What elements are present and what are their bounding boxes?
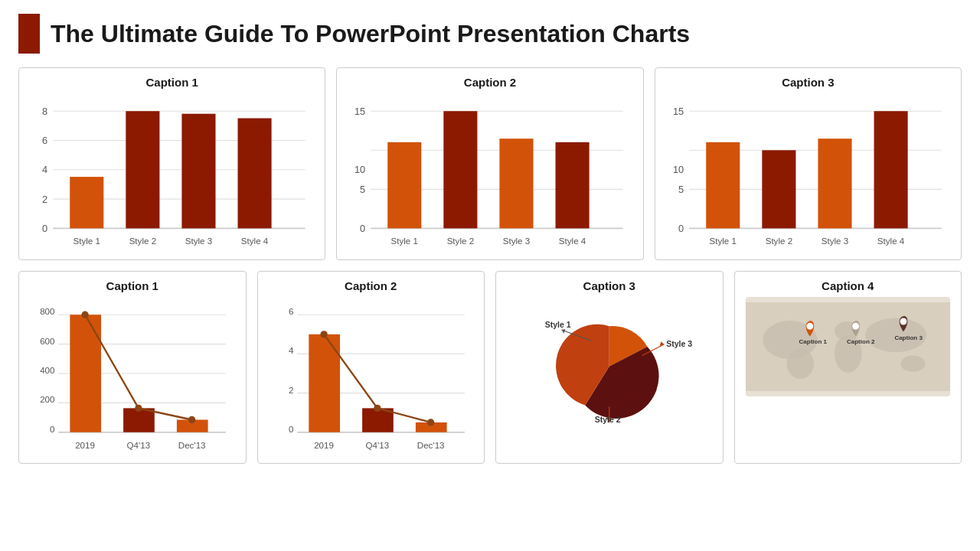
svg-rect-56 bbox=[70, 315, 101, 432]
svg-point-60 bbox=[135, 405, 142, 412]
chart-bottom-2-svg: 6 4 2 0 2019 Q4'13 Dec'13 bbox=[269, 297, 474, 457]
page-header: The Ultimate Guide To PowerPoint Present… bbox=[18, 14, 962, 54]
bar bbox=[238, 118, 272, 228]
chart-bottom-2-title: Caption 2 bbox=[269, 279, 474, 292]
chart-top-2-svg: 15 10 5 0 Style 1 Style 2 Style 3 Style … bbox=[348, 93, 632, 253]
svg-rect-57 bbox=[123, 408, 155, 432]
svg-text:10: 10 bbox=[354, 164, 365, 175]
chart-top-2-title: Caption 2 bbox=[348, 76, 632, 89]
svg-text:0: 0 bbox=[50, 424, 55, 434]
svg-text:Style 3: Style 3 bbox=[666, 339, 692, 348]
bar bbox=[70, 177, 103, 228]
svg-text:Caption 1: Caption 1 bbox=[799, 337, 827, 344]
chart-top-3: Caption 3 15 10 5 0 Style 1 Style 2 Styl… bbox=[655, 67, 962, 260]
svg-point-93 bbox=[786, 349, 814, 379]
svg-text:600: 600 bbox=[40, 336, 55, 346]
svg-text:Style 1: Style 1 bbox=[545, 320, 571, 329]
svg-text:Style 2: Style 2 bbox=[765, 236, 792, 246]
svg-text:6: 6 bbox=[289, 306, 293, 316]
svg-text:800: 800 bbox=[40, 306, 55, 316]
svg-text:10: 10 bbox=[673, 164, 684, 175]
svg-text:Style 3: Style 3 bbox=[821, 236, 848, 246]
svg-text:6: 6 bbox=[42, 135, 47, 146]
svg-text:2: 2 bbox=[289, 384, 293, 394]
svg-text:8: 8 bbox=[42, 106, 47, 117]
svg-text:Dec'13: Dec'13 bbox=[178, 440, 206, 450]
svg-rect-39 bbox=[762, 150, 795, 228]
svg-text:15: 15 bbox=[354, 106, 365, 117]
svg-point-77 bbox=[374, 405, 381, 412]
svg-text:4: 4 bbox=[289, 345, 294, 355]
svg-text:Style 1: Style 1 bbox=[709, 236, 736, 246]
chart-bottom-1-svg: 800 600 400 200 0 2019 Q4'13 Dec'13 bbox=[30, 297, 235, 457]
svg-rect-25 bbox=[556, 142, 590, 229]
svg-point-59 bbox=[81, 311, 88, 318]
svg-point-61 bbox=[188, 416, 195, 423]
svg-text:Q4'13: Q4'13 bbox=[365, 440, 389, 450]
svg-point-102 bbox=[900, 318, 906, 324]
svg-text:0: 0 bbox=[360, 223, 365, 234]
svg-text:0: 0 bbox=[678, 223, 684, 234]
svg-rect-40 bbox=[818, 139, 851, 228]
svg-text:0: 0 bbox=[42, 223, 47, 234]
chart-bottom-1-title: Caption 1 bbox=[30, 279, 235, 292]
chart-bottom-3: Caption 3 Style 1 Style 2 Styl bbox=[495, 271, 724, 464]
svg-rect-22 bbox=[388, 142, 422, 229]
svg-text:15: 15 bbox=[673, 106, 684, 117]
svg-text:Style 2: Style 2 bbox=[595, 415, 621, 424]
map-svg: Caption 1 Caption 2 Caption 3 bbox=[746, 297, 951, 396]
svg-text:5: 5 bbox=[678, 184, 684, 195]
svg-text:2019: 2019 bbox=[75, 440, 95, 450]
svg-rect-24 bbox=[500, 139, 534, 228]
svg-text:2019: 2019 bbox=[314, 440, 334, 450]
bar bbox=[181, 114, 215, 229]
chart-top-2: Caption 2 15 10 5 0 Style 1 Style 2 Styl… bbox=[336, 67, 643, 260]
svg-text:4: 4 bbox=[42, 164, 47, 175]
svg-text:Dec'13: Dec'13 bbox=[416, 440, 444, 450]
svg-text:Style 1: Style 1 bbox=[74, 236, 100, 246]
svg-text:0: 0 bbox=[289, 424, 294, 434]
svg-text:Style 2: Style 2 bbox=[447, 236, 474, 246]
svg-text:200: 200 bbox=[40, 394, 55, 404]
svg-text:Style 4: Style 4 bbox=[559, 236, 586, 246]
svg-text:Style 4: Style 4 bbox=[241, 236, 269, 246]
page-title: The Ultimate Guide To PowerPoint Present… bbox=[51, 20, 690, 48]
svg-rect-23 bbox=[444, 111, 478, 228]
chart-bottom-3-svg: Style 1 Style 2 Style 3 bbox=[507, 297, 712, 425]
chart-top-1-title: Caption 1 bbox=[30, 76, 314, 89]
svg-text:Style 1: Style 1 bbox=[391, 236, 418, 246]
svg-point-78 bbox=[427, 419, 434, 425]
svg-point-97 bbox=[900, 355, 925, 371]
bottom-charts-grid: Caption 1 800 600 400 200 0 2019 Q4'13 D… bbox=[18, 271, 962, 464]
chart-bottom-4: Caption 4 bbox=[734, 271, 962, 464]
chart-top-3-svg: 15 10 5 0 Style 1 Style 2 Style 3 Style … bbox=[666, 93, 950, 253]
svg-text:Caption 3: Caption 3 bbox=[894, 334, 923, 341]
chart-top-1-svg: 8 6 4 2 0 Style 1 Style 2 Style 3 Style bbox=[30, 93, 314, 253]
svg-text:5: 5 bbox=[360, 184, 365, 195]
bar bbox=[126, 111, 159, 228]
svg-point-100 bbox=[852, 323, 859, 330]
chart-bottom-4-title: Caption 4 bbox=[746, 279, 951, 292]
svg-text:Q4'13: Q4'13 bbox=[127, 440, 151, 450]
map-background: Caption 1 Caption 2 Caption 3 bbox=[746, 297, 951, 396]
svg-rect-38 bbox=[706, 142, 740, 229]
svg-rect-41 bbox=[874, 111, 907, 228]
svg-text:Style 4: Style 4 bbox=[877, 236, 905, 246]
svg-text:400: 400 bbox=[40, 365, 55, 375]
chart-bottom-3-title: Caption 3 bbox=[507, 279, 712, 292]
svg-text:Style 2: Style 2 bbox=[129, 236, 156, 246]
chart-top-3-title: Caption 3 bbox=[666, 76, 950, 89]
svg-text:Style 3: Style 3 bbox=[185, 236, 212, 246]
svg-point-98 bbox=[806, 323, 813, 330]
header-accent-bar bbox=[18, 14, 40, 54]
svg-text:Caption 2: Caption 2 bbox=[846, 337, 874, 344]
svg-text:2: 2 bbox=[42, 194, 47, 205]
svg-point-76 bbox=[320, 331, 327, 337]
chart-bottom-2: Caption 2 6 4 2 0 2019 Q4'13 Dec'13 bbox=[257, 271, 485, 464]
chart-bottom-1: Caption 1 800 600 400 200 0 2019 Q4'13 D… bbox=[18, 271, 247, 464]
top-charts-grid: Caption 1 8 6 4 2 0 Style 1 Style bbox=[18, 67, 962, 260]
svg-text:Style 3: Style 3 bbox=[503, 236, 530, 246]
chart-top-1: Caption 1 8 6 4 2 0 Style 1 Style bbox=[18, 67, 325, 260]
